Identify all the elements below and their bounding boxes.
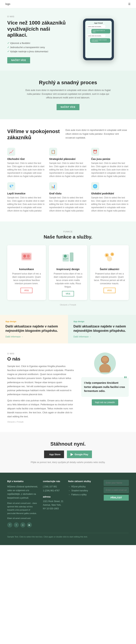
- nav-menu-icon[interactable]: ☰: [128, 2, 131, 6]
- card-cta-1[interactable]: VÍCE: [62, 291, 74, 296]
- navbar: logo ☰: [0, 0, 136, 8]
- card-text-2: Praesent luctus diam of nec a diam vulpu…: [94, 272, 125, 285]
- phone-mockup: App Friend Lorem dolor sit at amet... Lo…: [83, 18, 114, 60]
- blog-title-0: Další aktualizace najdete v našem nejnov…: [5, 324, 63, 333]
- footer-submit-button[interactable]: PŘIHLÁSIT: [104, 495, 129, 500]
- about-side: " I help companies tincidunt tortor aliq…: [81, 352, 129, 423]
- feature-name-3: Lepší investice: [7, 192, 45, 195]
- quote-mark-icon: ": [124, 376, 127, 382]
- feature-icon-2: ⏰: [91, 148, 99, 156]
- footer-contact-title: Být v kontaktu: [7, 480, 39, 483]
- fast-process-title: Rychlý a snadný proces: [11, 80, 125, 86]
- card-svg-1: [61, 251, 75, 263]
- freepik-credit: Obrázek z Freepik: [7, 304, 129, 306]
- footer-contact-us-title: contactujte nás: [43, 480, 64, 483]
- footer-contact-col: Být v kontaktu Můžeme zůstávat spokoheno…: [7, 480, 39, 528]
- hero-image: App Friend Lorem dolor sit at amet... Lo…: [68, 18, 129, 60]
- feature-text-4: Sample text. Click to select the text bo…: [49, 196, 87, 212]
- footer-services-title: Naše záčasní služby: [68, 480, 100, 483]
- hero-text: O NÁS Více než 1000 zákazníků využívajíc…: [7, 16, 68, 63]
- linkedin-button[interactable]: Najít mě na LinkedIn: [92, 399, 118, 406]
- feature-text-5: Sample text. Click to select the text bo…: [91, 196, 129, 212]
- card-customers: Šastní zákazníci Praesent luctus diam of…: [90, 245, 129, 300]
- card-cta-2[interactable]: VÍCE: [104, 288, 116, 293]
- svg-point-16: [99, 364, 111, 372]
- svg-point-3: [27, 255, 30, 258]
- card-cta-0[interactable]: VÍCE: [20, 288, 32, 293]
- feature-icon-1: 📋: [49, 148, 57, 156]
- chat-bubble-4: Lorem ipsum dolor sit amet consectetur..…: [90, 38, 110, 43]
- about-inner: O nás O nás Sample text. Click to Egesta…: [7, 352, 129, 423]
- footer-email-input[interactable]: [104, 487, 129, 493]
- believe-section: Věříme v spokojenost zákazníků Duis aute…: [0, 119, 136, 222]
- footer-grid: Být v kontaktu Můžeme zůstávat spokoheno…: [7, 480, 129, 528]
- google-play-button[interactable]: ▶ Google Play: [67, 450, 92, 458]
- hero-list-item: ✓ Vyšajte nastroje a jinou dokumentaci: [7, 49, 68, 54]
- blog-link-0[interactable]: Další informace →: [5, 336, 23, 338]
- feature-text-2: Sample text. Click to select the text bo…: [91, 162, 129, 178]
- card-komunikace: komunikace Praesent luctus diam of nec a…: [7, 245, 46, 300]
- app-store-label: App Store: [49, 453, 60, 456]
- chat-bubble-2: Lorem ipsum dolor sit amet...: [91, 29, 110, 34]
- cards-row: komunikace Praesent luctus diam of nec a…: [7, 245, 129, 300]
- blog-link-1[interactable]: Další informace →: [73, 336, 91, 338]
- hero-list-item: ✓ Jednoduché a transparentní ceny: [7, 45, 68, 49]
- footer-form-col: PŘIHLÁSIT: [104, 480, 129, 528]
- hero-section: O NÁS Více než 1000 zákazníků využívajíc…: [0, 8, 136, 70]
- feature-item-1: 📋 Strategické plánování Sample text. Cli…: [49, 148, 87, 178]
- card-title-1: Inspirovaný design: [52, 268, 84, 271]
- svg-rect-6: [70, 252, 73, 262]
- footer-service-2: →Faktura a výšky: [68, 493, 100, 497]
- feature-item-2: ⏰ Čas jsou peníze Sample text. Click to …: [91, 148, 129, 178]
- blog-title-1: Další aktualizace najdete v našem nejnov…: [73, 324, 131, 333]
- functions-title: Naše funkce a služby.: [7, 234, 129, 240]
- hero-subtitle: O NÁS: [7, 16, 68, 18]
- card-design: Inspirovaný design Praesent luctus diam …: [49, 245, 87, 300]
- card-illustration-1: [52, 249, 84, 265]
- feature-item-4: 📊 Graf růstu Sample text. Click to selec…: [49, 182, 87, 212]
- footer-address-title: adresa: [43, 495, 64, 498]
- feature-icon-0: 📈: [7, 148, 15, 156]
- blog-tag-0: App design: [5, 320, 63, 322]
- google-play-icon: ▶: [71, 452, 73, 456]
- card-illustration-0: [11, 249, 42, 265]
- svg-point-13: [106, 254, 108, 256]
- feature-icon-4: 📊: [49, 182, 57, 190]
- functions-subtitle: FUNKCE: [7, 230, 129, 233]
- footer-phone2: 1 (234) 961-4767: [43, 489, 64, 493]
- feature-text-3: Sample text. Click to select the text bo…: [7, 196, 45, 212]
- card-text-1: Praesent luctus diam of nec a diam vulpu…: [52, 272, 84, 288]
- footer-name-input[interactable]: [104, 480, 129, 486]
- believe-desc: Duis aute irure dolor in reprehenderit i…: [65, 128, 129, 140]
- hero-title: Více než 1000 zákazníků využívajících na…: [7, 20, 68, 38]
- fast-process-cta-button[interactable]: NAČÍST VÍCE: [57, 104, 79, 110]
- feature-item-5: 🌐 Globální podnikání Sample text. Click …: [91, 182, 129, 212]
- svg-rect-8: [63, 258, 68, 259]
- social-youtube-icon[interactable]: ▶: [27, 522, 32, 528]
- nav-logo: logo: [5, 2, 10, 6]
- hero-cta-button[interactable]: NAČÍST VÍCE: [7, 57, 30, 63]
- social-twitter-icon[interactable]: t: [14, 522, 19, 528]
- about-title: O nás: [7, 356, 74, 362]
- footer-phone1: ( 234) 107 881: [43, 485, 64, 489]
- svg-rect-9: [63, 260, 67, 260]
- social-facebook-icon[interactable]: f: [7, 522, 12, 528]
- card-title-2: Šastní zákazníci: [94, 268, 125, 271]
- about-section: O nás O nás Sample text. Click to Egesta…: [0, 344, 136, 432]
- footer-service-1: →Snadné transfery: [68, 489, 100, 493]
- footer-phone-col: contactujte nás ( 234) 107 881 1 (234) 9…: [43, 480, 64, 528]
- feature-name-1: Strategické plánování: [49, 158, 87, 160]
- feature-name-0: Obchodní růst: [7, 158, 45, 160]
- phone-screen: App Friend Lorem dolor sit at amet... Lo…: [85, 21, 112, 58]
- svg-point-12: [107, 256, 112, 262]
- social-linkedin-icon[interactable]: in: [20, 522, 25, 528]
- footer-contact-email: Eliam sit amet consult arst - class apri…: [7, 502, 39, 515]
- feature-name-4: Graf růstu: [49, 192, 87, 195]
- believe-top: Věříme v spokojenost zákazníků Duis aute…: [7, 128, 129, 140]
- footer-services-list: →Různé přiložky →Snadné transfery →Faktu…: [68, 485, 100, 496]
- download-section: Stáhnout nyní. App Store ▶ Google Play P…: [0, 432, 136, 473]
- google-play-label: Google Play: [75, 453, 88, 456]
- svg-point-2: [23, 255, 26, 258]
- app-store-button[interactable]: App Store: [44, 450, 64, 458]
- about-subtitle: O nás: [7, 352, 74, 355]
